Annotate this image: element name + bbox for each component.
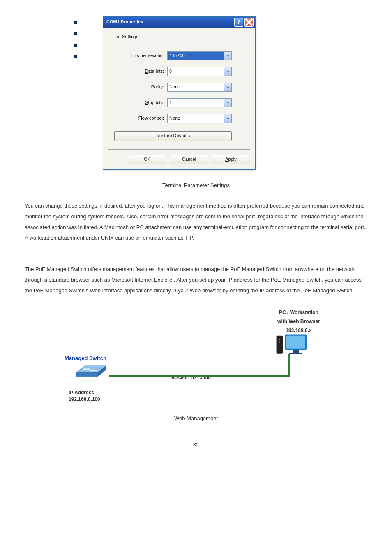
stop-bits-label: Stop bits: — [119, 99, 164, 107]
bullet-list — [25, 16, 90, 170]
data-bits-value: 8 — [168, 67, 224, 76]
bits-per-second-select[interactable]: 115200 — [167, 51, 232, 60]
parity-select[interactable]: None — [167, 83, 232, 92]
bullet-icon — [74, 55, 77, 58]
help-button[interactable]: ? — [234, 18, 243, 27]
apply-button[interactable]: Apply — [212, 155, 250, 164]
tab-port-settings[interactable]: Port Settings — [108, 32, 143, 42]
chevron-down-icon[interactable] — [224, 67, 231, 76]
svg-rect-3 — [277, 336, 283, 354]
paragraph-2: The PoE Managed Switch offers management… — [25, 264, 367, 296]
switch-icon — [73, 363, 110, 379]
paragraph-1: You can change these settings, if desire… — [25, 201, 367, 243]
port-settings-tab-panel: Port Settings Bits per second: 115200 Da… — [108, 39, 250, 150]
svg-rect-7 — [286, 336, 305, 349]
parity-value: None — [168, 83, 224, 91]
flow-control-select[interactable]: None — [167, 114, 232, 123]
bits-per-second-label: Bits per second: — [119, 52, 164, 60]
figure-caption-2: Web Management — [25, 414, 367, 423]
chevron-down-icon[interactable] — [224, 99, 231, 107]
web-management-diagram: PC / Workstation with Web Browser 192.16… — [52, 308, 340, 403]
svg-point-4 — [279, 339, 280, 340]
stop-bits-value: 1 — [168, 99, 224, 107]
flow-control-label: Flow control: — [119, 114, 164, 123]
stop-bits-select[interactable]: 1 — [167, 98, 232, 107]
parity-label: Parity: — [119, 83, 164, 91]
chevron-down-icon[interactable] — [224, 83, 231, 91]
close-button[interactable] — [244, 18, 254, 27]
flow-control-value: None — [168, 114, 224, 123]
dialog-titlebar[interactable]: COM1 Properties ? — [103, 17, 255, 28]
data-bits-select[interactable]: 8 — [167, 67, 232, 76]
ip-address-label: IP Address: 192.168.0.100 — [69, 390, 100, 402]
bullet-icon — [74, 44, 77, 47]
chevron-down-icon[interactable] — [224, 52, 231, 60]
svg-point-5 — [279, 342, 280, 343]
data-bits-label: Data bits: — [119, 67, 164, 76]
cancel-button[interactable]: Cancel — [170, 155, 208, 164]
svg-marker-1 — [76, 372, 98, 377]
managed-switch-label: Managed Switch — [65, 354, 106, 363]
bullet-icon — [74, 32, 77, 35]
chevron-down-icon[interactable] — [224, 114, 231, 123]
ok-button[interactable]: OK — [128, 155, 166, 164]
bits-per-second-value: 115200 — [168, 52, 224, 60]
svg-rect-8 — [293, 350, 299, 353]
figure-caption-1: Terminal Parameter Settings — [25, 180, 367, 190]
com1-properties-dialog: COM1 Properties ? Port Settings Bits per… — [103, 16, 256, 170]
dialog-title: COM1 Properties — [106, 18, 143, 26]
pc-workstation-label: PC / Workstation with Web Browser 192.16… — [262, 308, 336, 335]
page-number: 32 — [25, 440, 367, 449]
restore-defaults-button[interactable]: Restore Defaults — [114, 131, 232, 141]
cable-line-horizontal — [109, 375, 290, 377]
bullet-icon — [74, 21, 77, 24]
pc-icon — [274, 333, 311, 358]
svg-rect-9 — [289, 353, 302, 354]
